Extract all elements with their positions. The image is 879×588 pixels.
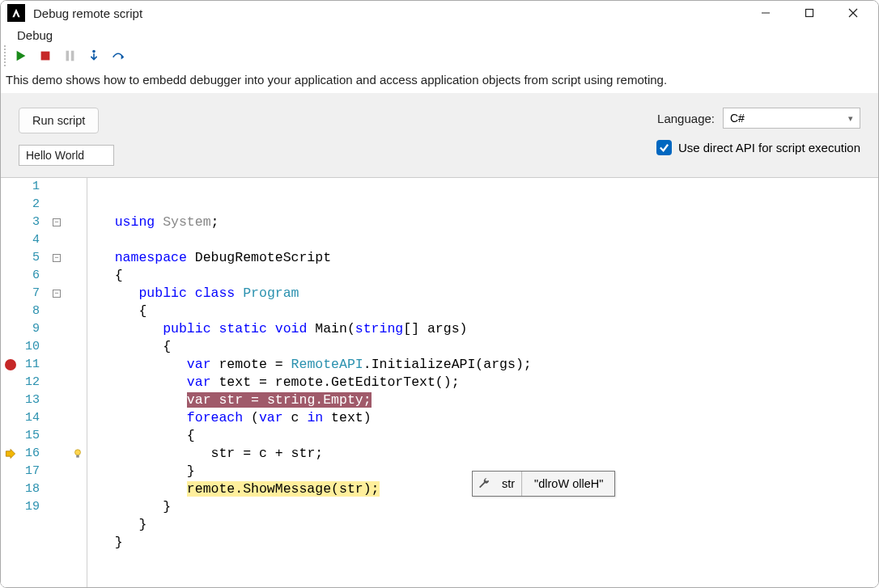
script-text-input[interactable]: [19, 145, 114, 166]
menu-debug[interactable]: Debug: [9, 25, 61, 45]
editor-gutter: 123−45−67−8910111213141516171819: [1, 178, 87, 587]
gutter-row: 13: [1, 391, 87, 409]
gutter-row: 11: [1, 356, 87, 374]
code-line[interactable]: }: [91, 498, 878, 516]
language-select[interactable]: C# ▾: [723, 108, 860, 129]
maximize-button[interactable]: [791, 1, 828, 25]
code-line[interactable]: [91, 231, 878, 249]
line-number: 3: [20, 214, 45, 231]
line-number: 9: [20, 320, 45, 338]
code-line[interactable]: }: [91, 534, 878, 552]
chevron-down-icon: ▾: [848, 113, 853, 124]
line-number: 19: [20, 498, 45, 516]
breakpoint-marker[interactable]: [1, 359, 20, 370]
line-number: 16: [20, 445, 45, 463]
code-line[interactable]: public static void Main(string[] args): [91, 320, 878, 338]
line-number: 4: [20, 231, 45, 249]
direct-api-checkbox[interactable]: [656, 140, 672, 155]
gutter-row: 1: [1, 178, 87, 196]
fold-gutter[interactable]: −: [45, 290, 69, 298]
debug-tooltip: str "dlroW olleH": [472, 471, 615, 497]
svg-rect-1: [806, 10, 813, 17]
gutter-row: 17: [1, 463, 87, 480]
stop-button[interactable]: [36, 47, 54, 65]
gutter-row: 19: [1, 498, 87, 516]
close-button[interactable]: [834, 1, 872, 25]
gutter-row: 5−: [1, 249, 87, 267]
gutter-row: 8: [1, 302, 87, 320]
code-line[interactable]: {: [91, 302, 878, 320]
code-line[interactable]: {: [91, 427, 878, 445]
language-label: Language:: [657, 112, 715, 125]
tooltip-varname: str: [495, 472, 522, 496]
code-area[interactable]: using System; namespace DebugRemoteScrip…: [87, 178, 878, 587]
lightbulb-icon[interactable]: [69, 448, 87, 459]
gutter-row: 18: [1, 480, 87, 498]
gutter-row: 9: [1, 320, 87, 338]
start-button[interactable]: [12, 47, 30, 65]
fold-gutter[interactable]: −: [45, 254, 69, 262]
direct-api-checkbox-row[interactable]: Use direct API for script execution: [656, 140, 860, 155]
current-line-marker[interactable]: [1, 447, 20, 460]
gutter-row: 6: [1, 267, 87, 285]
line-number: 18: [20, 480, 45, 498]
step-into-button[interactable]: [85, 47, 103, 65]
gutter-row: 16: [1, 445, 87, 463]
app-window: Debug remote script Debug: [0, 0, 879, 588]
line-number: 13: [20, 391, 45, 409]
code-line[interactable]: public class Program: [91, 285, 878, 302]
code-line[interactable]: namespace DebugRemoteScript: [91, 249, 878, 267]
line-number: 10: [20, 338, 45, 356]
run-script-button[interactable]: Run script: [19, 108, 99, 133]
svg-rect-11: [76, 455, 79, 458]
code-line[interactable]: var remote = RemoteAPI.InitializeAPI(arg…: [91, 356, 878, 374]
window-title: Debug remote script: [33, 6, 142, 20]
fold-toggle-icon[interactable]: −: [53, 218, 61, 226]
app-icon: [7, 4, 25, 22]
code-editor[interactable]: 123−45−67−8910111213141516171819 using S…: [1, 178, 878, 587]
gutter-row: 15: [1, 427, 87, 445]
code-line[interactable]: var text = remote.GetEditorText();: [91, 374, 878, 391]
svg-point-8: [92, 50, 96, 53]
line-number: 14: [20, 409, 45, 427]
line-number: 7: [20, 285, 45, 302]
minimize-button[interactable]: [747, 1, 784, 25]
code-line[interactable]: }: [91, 516, 878, 534]
wrench-icon: [473, 472, 495, 496]
code-line[interactable]: {: [91, 267, 878, 285]
gutter-row: 7−: [1, 285, 87, 302]
controls-panel: Run script Language: C# ▾ Use direct API…: [1, 93, 878, 178]
gutter-row: 10: [1, 338, 87, 356]
line-number: 12: [20, 374, 45, 391]
code-line[interactable]: using System;: [91, 214, 878, 231]
line-number: 1: [20, 178, 45, 196]
window-controls: [747, 1, 872, 25]
fold-toggle-icon[interactable]: −: [53, 290, 61, 298]
gutter-row: 4: [1, 231, 87, 249]
menubar: Debug: [1, 25, 878, 45]
gutter-row: 12: [1, 374, 87, 391]
description-text: This demo shows how to embedd debugger i…: [1, 66, 878, 93]
line-number: 8: [20, 302, 45, 320]
gutter-row: 14: [1, 409, 87, 427]
line-number: 11: [20, 356, 45, 374]
svg-point-10: [75, 450, 81, 455]
code-line[interactable]: {: [91, 338, 878, 356]
gutter-row: 3−: [1, 214, 87, 231]
direct-api-label: Use direct API for script execution: [678, 141, 860, 154]
code-line[interactable]: str = c + str;: [91, 445, 878, 463]
titlebar: Debug remote script: [1, 1, 878, 25]
svg-rect-7: [71, 51, 74, 61]
code-line[interactable]: foreach (var c in text): [91, 409, 878, 427]
line-number: 2: [20, 196, 45, 214]
line-number: 5: [20, 249, 45, 267]
pause-button[interactable]: [61, 47, 79, 65]
line-number: 15: [20, 427, 45, 445]
svg-marker-4: [17, 51, 26, 61]
debug-toolbar: [4, 45, 878, 66]
step-over-button[interactable]: [109, 47, 127, 65]
code-line[interactable]: var str = string.Empty;: [91, 391, 878, 409]
fold-toggle-icon[interactable]: −: [53, 254, 61, 262]
svg-rect-5: [41, 52, 50, 61]
fold-gutter[interactable]: −: [45, 218, 69, 226]
